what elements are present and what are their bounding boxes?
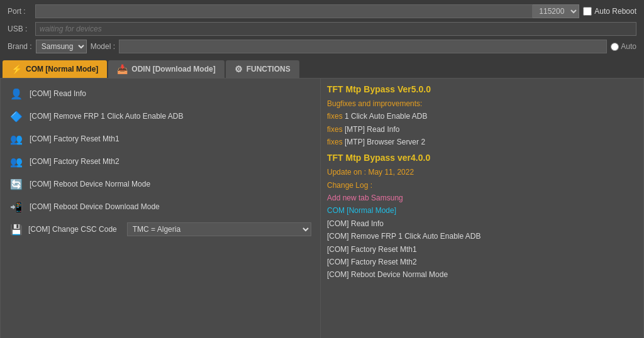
menu-reboot-download[interactable]: 📲 [COM] Reboot Device Download Mode bbox=[3, 195, 318, 218]
main-content: 👤 [COM] Read Info 🔷 [COM] Remove FRP 1 C… bbox=[0, 78, 644, 338]
menu-read-info[interactable]: 👤 [COM] Read Info bbox=[3, 82, 318, 105]
usb-input[interactable] bbox=[35, 22, 636, 36]
read-info-icon: 👤 bbox=[9, 87, 23, 101]
csc-icon: 💾 bbox=[9, 222, 23, 236]
menu-remove-frp-label: [COM] Remove FRP 1 Click Auto Enable ADB bbox=[30, 112, 184, 121]
right-title2: TFT Mtp Bypass ver4.0.0 bbox=[327, 151, 637, 166]
right-panel: TFT Mtp Bypass Ver5.0.0 Bugfixes and imp… bbox=[321, 78, 644, 338]
model-label: Model : bbox=[91, 42, 115, 51]
menu-factory-mth1[interactable]: 👥 [COM] Factory Reset Mth1 bbox=[3, 128, 318, 150]
csc-label: [COM] Change CSC Code bbox=[28, 225, 117, 234]
usb-row: USB : bbox=[5, 20, 639, 38]
com-item-2: [COM] Factory Reset Mth1 bbox=[327, 243, 637, 256]
csc-row: 💾 [COM] Change CSC Code TMC = Algeria bbox=[3, 218, 318, 241]
auto-radio-label: Auto bbox=[621, 42, 636, 51]
right-title1: TFT Mtp Bypass Ver5.0.0 bbox=[327, 82, 637, 97]
com-item-0: [COM] Read Info bbox=[327, 217, 637, 230]
com-item-1: [COM] Remove FRP 1 Click Auto Enable ADB bbox=[327, 230, 637, 243]
remove-frp-icon: 🔷 bbox=[9, 109, 23, 123]
model-input[interactable] bbox=[119, 40, 607, 53]
auto-reboot-label: Auto Reboot bbox=[594, 7, 636, 16]
com-icon: ⚡ bbox=[11, 64, 22, 74]
left-panel: 👤 [COM] Read Info 🔷 [COM] Remove FRP 1 C… bbox=[0, 78, 321, 338]
usb-label: USB : bbox=[8, 25, 31, 33]
bugfixes-label: Bugfixes and improvements: bbox=[327, 97, 637, 110]
fix-3: fixes [MTP] Browser Server 2 bbox=[327, 136, 637, 148]
menu-factory-mth2-label: [COM] Factory Reset Mth2 bbox=[30, 157, 119, 166]
brand-select[interactable]: Samsung bbox=[36, 40, 87, 53]
reboot-normal-icon: 🔄 bbox=[9, 177, 23, 191]
tab-com-label: COM [Normal Mode] bbox=[26, 65, 98, 74]
menu-factory-mth2[interactable]: 👥 [COM] Factory Reset Mth2 bbox=[3, 150, 318, 173]
menu-reboot-download-label: [COM] Reboot Device Download Mode bbox=[30, 202, 160, 211]
menu-factory-mth1-label: [COM] Factory Reset Mth1 bbox=[30, 134, 119, 143]
brand-model-row: Brand : Samsung Model : Auto bbox=[5, 38, 639, 55]
menu-reboot-normal[interactable]: 🔄 [COM] Reboot Device Normal Mode bbox=[3, 173, 318, 195]
port-label: Port : bbox=[8, 7, 31, 16]
tab-com[interactable]: ⚡ COM [Normal Mode] bbox=[3, 60, 107, 78]
tab-odin[interactable]: 📥 ODIN [Download Mode] bbox=[108, 60, 224, 78]
port-baud-select[interactable]: 115200 bbox=[533, 4, 579, 18]
update-label: Update on : May 11, 2022 bbox=[327, 166, 637, 178]
fix-2: fixes [MTP] Read Info bbox=[327, 123, 637, 136]
add-tab-label: Add new tab Samsung bbox=[327, 192, 637, 204]
functions-icon: ⚙ bbox=[235, 64, 243, 74]
tab-bar: ⚡ COM [Normal Mode] 📥 ODIN [Download Mod… bbox=[0, 58, 644, 78]
odin-icon: 📥 bbox=[117, 64, 128, 74]
reboot-download-icon: 📲 bbox=[9, 200, 23, 214]
tab-functions-label: FUNCTIONS bbox=[247, 65, 291, 74]
com-item-4: [COM] Reboot Device Normal Mode bbox=[327, 268, 637, 281]
auto-radio-wrap: Auto bbox=[611, 42, 636, 51]
menu-reboot-normal-label: [COM] Reboot Device Normal Mode bbox=[30, 180, 150, 188]
port-input-wrap: 115200 bbox=[35, 4, 579, 18]
com-item-3: [COM] Factory Reset Mth2 bbox=[327, 256, 637, 268]
brand-label: Brand : bbox=[8, 42, 32, 51]
port-row: Port : 115200 Auto Reboot bbox=[5, 3, 639, 20]
top-bar: Port : 115200 Auto Reboot USB : Brand : … bbox=[0, 0, 644, 58]
auto-reboot-container: Auto Reboot bbox=[583, 7, 636, 16]
factory-mth2-icon: 👥 bbox=[9, 155, 23, 168]
changelog-label: Change Log : bbox=[327, 179, 637, 192]
csc-select[interactable]: TMC = Algeria bbox=[127, 222, 311, 236]
tab-functions[interactable]: ⚙ FUNCTIONS bbox=[226, 60, 299, 78]
tab-odin-label: ODIN [Download Mode] bbox=[131, 65, 215, 74]
menu-remove-frp[interactable]: 🔷 [COM] Remove FRP 1 Click Auto Enable A… bbox=[3, 105, 318, 128]
auto-radio[interactable] bbox=[611, 43, 619, 51]
auto-reboot-checkbox[interactable] bbox=[583, 7, 592, 16]
menu-read-info-label: [COM] Read Info bbox=[30, 89, 86, 98]
com-mode-label: COM [Normal Mode] bbox=[327, 204, 637, 217]
port-input[interactable] bbox=[35, 4, 533, 18]
factory-mth1-icon: 👥 bbox=[9, 132, 23, 146]
fix-1: fixes 1 Click Auto Enable ADB bbox=[327, 110, 637, 123]
